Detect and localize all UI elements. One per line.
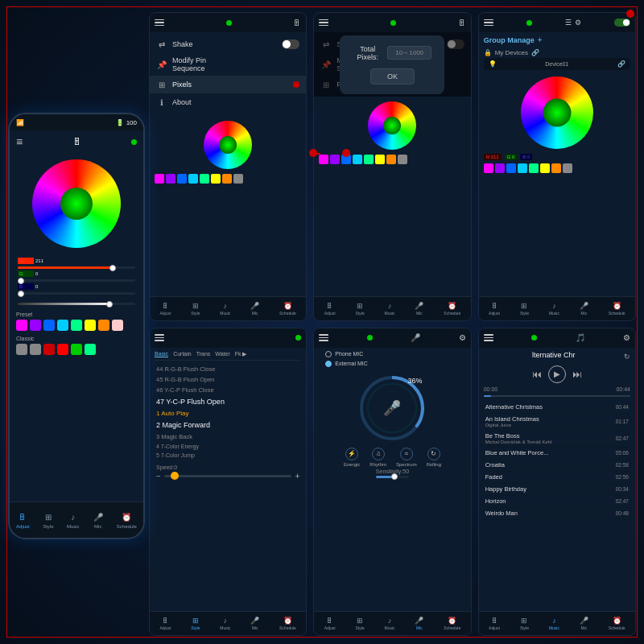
play-button[interactable]: ▶ [548,365,566,383]
swatch[interactable] [353,155,362,164]
progress-bar[interactable] [484,395,630,397]
swatch[interactable] [155,174,164,184]
p5-nav-schedule[interactable]: ⏰ Schedule [444,617,460,630]
mode-2-magic[interactable]: 2 Magic Forward [155,419,301,431]
panel3-hamburger[interactable] [484,19,493,27]
preset-swatch[interactable] [16,320,27,331]
p6-nav-style[interactable]: ⊞ Style [520,617,529,630]
mode-47[interactable]: 47 Y-C-P Flush Open [155,395,301,408]
swatch[interactable] [166,174,175,184]
add-group-button[interactable]: + [538,35,543,44]
phone-nav-mic[interactable]: 🎤 Mic [93,511,104,529]
swatch[interactable] [233,174,243,184]
p2-nav-style[interactable]: ⊞ Style [356,302,365,316]
b-slider-thumb[interactable] [18,291,24,297]
tab-water[interactable]: Water [215,351,229,357]
panel4-hamburger[interactable] [155,334,164,341]
preset-swatch[interactable] [71,320,82,331]
tab-curtain[interactable]: Curtain [173,351,192,357]
phone-top-bar[interactable]: ≡ 🎚 [10,130,143,153]
pixels-row[interactable]: ⊞ Pixels [150,76,306,93]
panel3-gear-icon[interactable]: ⚙ [575,19,581,27]
mode-45[interactable]: 45 R-G-B Flush Open [155,374,301,385]
phone-mic-option[interactable]: Phone MIC [325,351,367,357]
color-wheel[interactable] [32,159,121,248]
preset-swatch[interactable] [57,320,68,331]
speed-slider[interactable] [164,475,292,477]
brightness-thumb[interactable] [106,301,113,308]
brightness-slider[interactable] [18,303,135,305]
mode-1-autoplay[interactable]: 1 Auto Play [155,408,301,419]
song-blue-white[interactable]: Blue and White Porce... 05:06 [484,448,630,460]
p2-nav-adjust[interactable]: 🎚 Adjust [324,302,336,316]
shake-row[interactable]: ⇄ Shake [150,35,306,53]
swatch[interactable] [364,155,374,164]
p3-nav-mic[interactable]: 🎤 Mic [580,302,588,316]
swatch[interactable] [529,163,539,173]
song-happy-birthday[interactable]: Happy Birthday 00:34 [484,484,630,496]
p4-nav-music[interactable]: ♪ Music [220,617,230,630]
swatch[interactable] [518,163,527,173]
mode-5[interactable]: 5 7-Color Jump [155,451,301,460]
swatch[interactable] [211,174,221,184]
phone-nav-schedule[interactable]: ⏰ Schedule [117,511,137,529]
phone-mic-radio[interactable] [325,351,332,357]
song-weirdo-man[interactable]: Weirdo Man 00:48 [484,508,630,520]
p4-nav-adjust[interactable]: 🎚 Adjust [159,617,171,630]
speed-minus-icon[interactable]: − [156,472,161,481]
swatch[interactable] [484,163,493,173]
mic-mode-rolling[interactable]: ↻ Rolling [427,448,441,467]
swatch[interactable] [375,155,385,164]
classic-swatch[interactable] [30,344,41,355]
g-slider[interactable] [18,279,135,282]
swatch[interactable] [200,174,209,184]
classic-swatch[interactable] [85,344,96,355]
repeat-icon[interactable]: ↻ [624,353,630,361]
p4-nav-schedule[interactable]: ⏰ Schedule [279,617,296,630]
p5-nav-style[interactable]: ⊞ Style [356,617,365,630]
p1-nav-schedule[interactable]: ⏰ Schedule [279,302,296,316]
sensitivity-thumb[interactable] [391,473,398,480]
external-mic-radio[interactable] [325,361,332,367]
panel5-hamburger[interactable] [319,334,328,341]
color-wheel-section[interactable] [10,153,143,254]
phone-nav-style[interactable]: ⊞ Style [43,511,54,529]
panel2-hamburger[interactable] [319,19,328,27]
modify-pin-row[interactable]: 📌 Modify PinSequence [150,53,306,76]
song-be-the-boss[interactable]: Be The Boss Michal Dvoráček & Tomáš Kehl… [484,431,630,448]
p2-nav-mic[interactable]: 🎤 Mic [415,302,423,316]
phone-nav-music[interactable]: ♪ Music [67,511,80,529]
swatch[interactable] [222,174,232,184]
swatch[interactable] [495,163,505,173]
p6-nav-music[interactable]: ♪ Music [549,617,559,630]
p5-nav-music[interactable]: ♪ Music [385,617,395,630]
shake-toggle[interactable] [282,39,299,49]
mode-3[interactable]: 3 Magic Back [155,431,301,442]
p6-nav-schedule[interactable]: ⏰ Schedule [609,617,625,630]
p5-nav-adjust[interactable]: 🎚 Adjust [324,617,336,630]
mic-mode-rhythm[interactable]: ♫ Rhythm [369,448,386,467]
panel1-hamburger[interactable] [155,19,164,27]
panel3-toggle[interactable] [614,19,630,27]
p1-nav-style[interactable]: ⊞ Style [191,302,200,316]
pixels-input[interactable]: 10～1000 [387,46,432,60]
p3-nav-schedule[interactable]: ⏰ Schedule [609,302,625,316]
speed-thumb[interactable] [171,472,179,480]
p3-nav-adjust[interactable]: 🎚 Adjust [489,302,500,316]
swatch[interactable] [540,163,550,173]
preset-swatch[interactable] [30,320,41,331]
preset-swatch[interactable] [112,320,123,331]
classic-swatch[interactable] [16,344,27,355]
song-alternative-christmas[interactable]: Alternative Christmas 00:44 [484,402,630,414]
mode-44[interactable]: 44 R-G-B Flush Close [155,364,301,374]
mode-46[interactable]: 46 Y-C-P Flush Close [155,385,301,395]
swatch[interactable] [386,155,396,164]
p3-nav-style[interactable]: ⊞ Style [520,302,529,316]
mic-mode-spectrum[interactable]: ≈ Spectrum [396,448,417,467]
swatch[interactable] [188,174,198,184]
panel1-color-wheel[interactable] [204,121,252,169]
sensitivity-slider[interactable] [376,476,409,478]
panel2-color-wheel[interactable] [368,101,416,150]
preset-colors[interactable] [16,320,137,331]
swatch[interactable] [330,155,340,164]
